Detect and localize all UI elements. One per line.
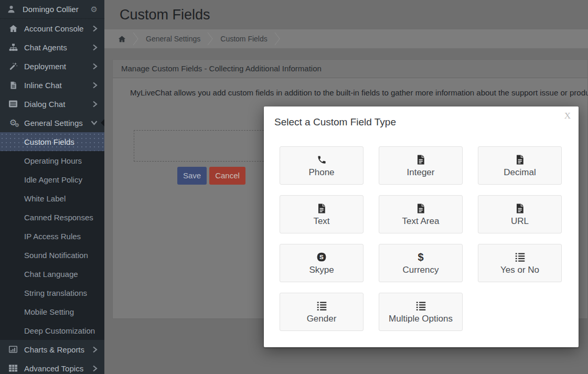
- file-text-icon: [416, 202, 425, 215]
- field-type-label: Multiple Options: [389, 314, 453, 324]
- table-icon: [7, 364, 19, 372]
- sitemap-icon: [7, 43, 19, 52]
- sidebar-item-charts-reports[interactable]: Charts & Reports: [0, 340, 104, 359]
- user-panel[interactable]: Domingo Collier ⚙: [0, 0, 104, 19]
- sidebar-item-label: Account Console: [24, 24, 92, 33]
- sidebar-item-white-label[interactable]: White Label: [0, 189, 104, 208]
- close-icon[interactable]: X: [564, 111, 571, 121]
- breadcrumb-custom-fields: Custom Fields: [220, 35, 267, 43]
- file-text-icon: [515, 202, 525, 215]
- sidebar-item-inline-chat[interactable]: Inline Chat: [0, 76, 104, 94]
- submenu-label: Idle Agent Policy: [24, 175, 82, 184]
- breadcrumb-general-settings[interactable]: General Settings: [146, 35, 200, 43]
- panel-heading: Manage Custom Fields - Collecting Additi…: [113, 60, 587, 78]
- file-text-icon: [7, 81, 19, 90]
- user-settings-gear-icon[interactable]: ⚙: [91, 5, 98, 14]
- page-title: Custom Fields: [120, 7, 210, 23]
- sidebar-item-custom-fields[interactable]: Custom Fields: [0, 132, 104, 151]
- field-type-currency[interactable]: $ Currency: [379, 244, 463, 282]
- breadcrumb-separator: [274, 30, 281, 48]
- field-type-text[interactable]: Text: [280, 195, 364, 233]
- sidebar-item-sound-notification[interactable]: Sound Notification: [0, 245, 104, 264]
- chevron-right-icon: [92, 44, 98, 51]
- bar-chart-icon: [7, 345, 19, 354]
- breadcrumb-separator: [133, 30, 139, 48]
- panel-description: MyLiveChat allows you add custom fields …: [130, 88, 588, 97]
- field-type-phone[interactable]: Phone: [280, 146, 364, 185]
- gears-icon: ⚙⚙: [7, 119, 19, 127]
- submenu-label: Deep Customization: [24, 326, 95, 335]
- chevron-right-icon: [92, 25, 98, 32]
- field-type-gender[interactable]: Gender: [280, 293, 364, 331]
- field-type-label: Integer: [407, 167, 435, 178]
- field-type-label: Currency: [403, 265, 439, 275]
- chevron-right-icon: [92, 101, 98, 108]
- sidebar-item-advanced-topics[interactable]: Advanced Topics: [0, 359, 104, 374]
- field-type-label: Text Area: [402, 216, 440, 227]
- sidebar-item-deployment[interactable]: Deployment: [0, 57, 104, 76]
- sidebar-item-string-translations[interactable]: String translations: [0, 283, 104, 302]
- file-text-icon: [317, 202, 326, 215]
- file-text-icon: [416, 153, 425, 166]
- sidebar-item-operating-hours[interactable]: Operating Hours: [0, 151, 104, 170]
- chevron-right-icon: [92, 82, 98, 89]
- sidebar-item-label: General Settings: [24, 119, 91, 127]
- field-type-url[interactable]: URL: [478, 195, 562, 233]
- breadcrumb-separator: [207, 30, 213, 48]
- breadcrumb-home-icon[interactable]: [118, 35, 126, 43]
- skype-icon: S: [316, 251, 327, 263]
- save-button[interactable]: Save: [177, 167, 207, 185]
- chevron-down-icon: [91, 120, 98, 125]
- field-type-multiple-options[interactable]: Multiple Options: [379, 293, 463, 331]
- sidebar-item-chat-agents[interactable]: Chat Agents: [0, 38, 104, 57]
- file-text-icon: [515, 153, 525, 166]
- field-type-text-area[interactable]: Text Area: [379, 195, 463, 233]
- field-type-label: Yes or No: [500, 265, 539, 275]
- field-type-label: Skype: [309, 265, 334, 275]
- cancel-button[interactable]: Cancel: [209, 167, 245, 185]
- submenu-label: String translations: [24, 288, 87, 297]
- active-menu-arrow: [101, 119, 104, 126]
- sidebar-item-chat-language[interactable]: Chat Language: [0, 264, 104, 283]
- sidebar-item-deep-customization[interactable]: Deep Customization: [0, 321, 104, 340]
- phone-icon: [317, 153, 327, 166]
- magic-wand-icon: [7, 62, 19, 71]
- sidebar-item-label: Chat Agents: [24, 43, 92, 52]
- sidebar-item-account-console[interactable]: Account Console: [0, 19, 104, 38]
- chevron-right-icon: [92, 63, 98, 70]
- field-type-label: Decimal: [504, 167, 536, 178]
- submenu-label: Chat Language: [24, 270, 78, 279]
- list-icon: [316, 300, 327, 312]
- submenu-label: Sound Notification: [24, 251, 88, 260]
- sidebar-item-label: Dialog Chat: [24, 100, 92, 109]
- general-settings-submenu: Custom Fields Operating Hours Idle Agent…: [0, 132, 104, 340]
- modal-title: Select a Custom Field Type: [274, 116, 396, 128]
- sidebar-item-idle-agent-policy[interactable]: Idle Agent Policy: [0, 170, 104, 189]
- field-type-label: Gender: [307, 314, 337, 324]
- sidebar-item-label: Charts & Reports: [24, 345, 92, 354]
- field-type-skype[interactable]: S Skype: [280, 244, 364, 282]
- sidebar-item-general-settings[interactable]: ⚙⚙ General Settings: [0, 113, 104, 132]
- sidebar-item-label: Inline Chat: [24, 81, 92, 90]
- submenu-label: White Label: [24, 194, 66, 203]
- breadcrumb: General Settings Custom Fields: [104, 29, 588, 48]
- field-type-decimal[interactable]: Decimal: [478, 146, 562, 185]
- sidebar-item-mobile-setting[interactable]: Mobile Setting: [0, 302, 104, 321]
- user-avatar-icon: [7, 5, 16, 14]
- field-type-grid: Phone Integer Decimal Text Text Area: [280, 146, 562, 331]
- sidebar-item-dialog-chat[interactable]: Dialog Chat: [0, 94, 104, 113]
- field-type-label: Text: [313, 216, 329, 227]
- submenu-label: Canned Responses: [24, 213, 93, 222]
- list-icon: [415, 300, 426, 312]
- field-type-integer[interactable]: Integer: [379, 146, 463, 185]
- submenu-label: Mobile Setting: [24, 307, 74, 316]
- submenu-label: Custom Fields: [24, 137, 74, 146]
- home-icon: [7, 24, 19, 33]
- field-type-yes-or-no[interactable]: Yes or No: [478, 244, 562, 282]
- sidebar-item-canned-responses[interactable]: Canned Responses: [0, 208, 104, 227]
- list-alt-icon: [7, 100, 19, 108]
- svg-text:S: S: [319, 253, 324, 260]
- dollar-icon: $: [418, 251, 423, 263]
- sidebar-item-ip-access-rules[interactable]: IP Access Rules: [0, 227, 104, 245]
- chevron-right-icon: [92, 346, 98, 353]
